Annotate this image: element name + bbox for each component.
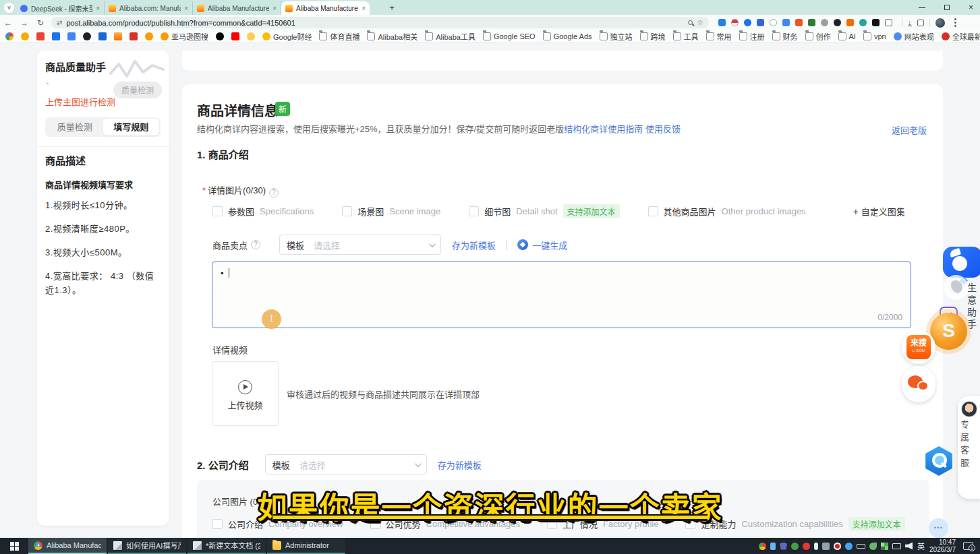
profile-avatar[interactable]	[935, 18, 945, 28]
tray-icon[interactable]	[791, 543, 799, 550]
bookmark-item[interactable]: 独立站	[600, 31, 633, 42]
tray-icon[interactable]	[892, 543, 901, 549]
checkbox[interactable]	[342, 206, 352, 216]
bookmark-item[interactable]: Google SEO	[483, 32, 536, 40]
wechat-contact-button[interactable]	[902, 366, 935, 402]
tray-icon[interactable]	[770, 543, 776, 550]
bookmark-item[interactable]: Alibaba工具	[425, 31, 475, 42]
bookmark-star-icon[interactable]: ☆	[697, 18, 703, 27]
bookmark-item[interactable]	[145, 32, 153, 40]
bookmark-item[interactable]: 创作	[805, 31, 831, 42]
tray-icon[interactable]	[780, 543, 787, 550]
notification-center-icon[interactable]: 1	[963, 542, 973, 550]
quality-check-button[interactable]: 质量检测	[113, 82, 162, 98]
bookmark-item[interactable]	[36, 32, 45, 40]
checkbox[interactable]	[212, 206, 223, 216]
extension-icon[interactable]	[731, 19, 739, 26]
bookmark-item[interactable]	[114, 32, 122, 40]
bookmark-item[interactable]: Google Ads	[543, 32, 592, 40]
tray-icon[interactable]	[905, 543, 913, 550]
bookmark-item[interactable]: Google财经	[262, 31, 312, 42]
bookmark-item[interactable]	[5, 32, 13, 40]
tab-close-icon[interactable]: ×	[96, 5, 100, 12]
tools-icon[interactable]	[917, 20, 924, 26]
bookmark-item[interactable]	[98, 32, 107, 40]
bookmark-item[interactable]: 全球最新期货市场...	[942, 31, 980, 42]
taskbar-app[interactable]: *新建文本文档 (2).t...	[188, 538, 266, 554]
bookmark-item[interactable]	[231, 32, 239, 40]
tray-icon[interactable]	[814, 543, 818, 550]
new-tab-button[interactable]: +	[386, 2, 398, 14]
bookmark-item[interactable]: 网站表现	[894, 31, 934, 42]
tab-close-icon[interactable]: ×	[362, 5, 366, 12]
input-method-indicator[interactable]: 英	[917, 541, 925, 551]
tray-icon[interactable]	[857, 544, 865, 549]
download-icon[interactable]: ↓	[908, 19, 912, 26]
selling-point-editor[interactable]: • 0/2000	[212, 261, 911, 328]
image-type-option[interactable]: 场景图 Scene image	[342, 205, 440, 218]
extension-icon[interactable]	[872, 19, 880, 26]
guide-link[interactable]: 结构化商详使用指南	[564, 124, 643, 134]
skype-icon[interactable]: S	[930, 313, 967, 350]
bookmark-item[interactable]: 财务	[772, 31, 798, 42]
tab-search-icon[interactable]: v	[4, 3, 14, 13]
tray-icon[interactable]	[869, 543, 877, 550]
bookmark-item[interactable]	[216, 32, 224, 40]
moon-widget-icon[interactable]	[944, 275, 969, 300]
sidebar-tab[interactable]: 质量检测	[47, 119, 103, 135]
site-info-icon[interactable]: ⇄	[57, 19, 62, 26]
extension-icon[interactable]	[846, 19, 854, 26]
extension-icon[interactable]	[782, 19, 790, 26]
bookmark-item[interactable]: 亚马逊图搜	[161, 31, 208, 42]
extension-icon[interactable]	[885, 19, 892, 26]
bookmark-item[interactable]	[247, 32, 255, 40]
tray-icon[interactable]	[759, 543, 766, 550]
tray-icon[interactable]	[834, 543, 841, 550]
bookmark-item[interactable]	[129, 32, 138, 40]
tray-icon[interactable]	[845, 543, 853, 550]
image-type-option[interactable]: 其他商品图片 Other product images	[648, 205, 806, 218]
one-click-generate-link[interactable]: 一键生成	[532, 239, 567, 251]
bookmark-item[interactable]: Alibaba相关	[367, 31, 417, 42]
checkbox[interactable]	[648, 206, 658, 216]
bookmark-item[interactable]	[67, 32, 76, 40]
bookmark-item[interactable]: 跨境	[640, 31, 666, 42]
browser-tab[interactable]: Alibaba.com: Manufacturers, ×	[105, 1, 193, 15]
tray-icon[interactable]	[803, 543, 810, 550]
extension-icon[interactable]	[757, 19, 764, 26]
bookmark-item[interactable]: 工具	[673, 31, 699, 42]
zoom-icon[interactable]	[688, 20, 693, 25]
help-icon[interactable]	[251, 240, 260, 249]
extension-icon[interactable]	[744, 19, 751, 26]
back-to-old-version-link[interactable]: 返回老版	[892, 123, 927, 136]
image-type-option[interactable]: 参数图 Specifications	[212, 205, 314, 218]
back-icon[interactable]: ←	[0, 18, 16, 28]
save-as-template-link[interactable]: 存为新模板	[452, 239, 496, 251]
tab-close-icon[interactable]: ×	[184, 5, 188, 12]
tray-icon[interactable]	[881, 543, 888, 550]
ai-generate-icon[interactable]	[517, 239, 528, 250]
taskbar-app[interactable]: Administrator	[267, 538, 345, 554]
window-restore-icon[interactable]	[944, 5, 950, 10]
window-close-icon[interactable]: ×	[969, 3, 973, 11]
browser-tab[interactable]: Alibaba Manufacturer Direct: ×	[193, 1, 281, 15]
url-text[interactable]: post.alibaba.com/product/publish.htm?fro…	[66, 19, 684, 27]
start-button[interactable]	[0, 538, 28, 554]
company-template-select[interactable]: 模板 请选择	[265, 454, 427, 474]
feedback-link[interactable]: 使用反馈	[645, 124, 681, 134]
taskbar-clock[interactable]: 10:47 2026/3/7	[929, 538, 956, 553]
browser-menu-icon[interactable]	[954, 22, 956, 24]
taskbar-app[interactable]: Alibaba Manufact...	[28, 538, 107, 554]
checkbox[interactable]	[469, 206, 479, 216]
laisou-search-icon[interactable]: 来搜 L·SOU	[902, 330, 935, 364]
reload-icon[interactable]: ↻	[32, 18, 49, 28]
sidebar-tab[interactable]: 填写规则	[103, 119, 160, 135]
bookmark-item[interactable]: 注册	[739, 31, 765, 42]
window-minimize-icon[interactable]	[919, 7, 925, 8]
extension-icon[interactable]	[718, 19, 726, 26]
bookmark-item[interactable]: 常用	[706, 31, 732, 42]
browser-tab[interactable]: DeepSeek - 探索未至之境 ×	[16, 1, 105, 15]
extension-icon[interactable]	[859, 19, 867, 26]
tray-icon[interactable]	[822, 543, 830, 550]
custom-gallery-button[interactable]: 自定义图集	[853, 205, 905, 218]
